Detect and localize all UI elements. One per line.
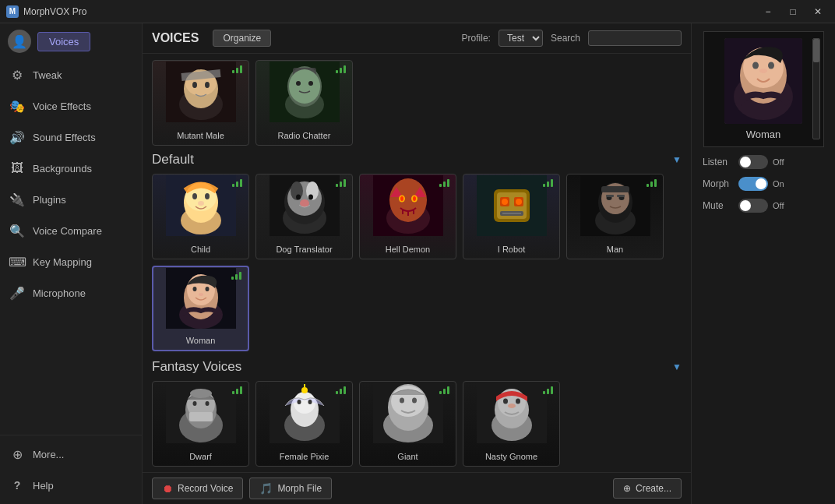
mute-toggle[interactable] (738, 199, 768, 213)
default-collapse-button[interactable]: ▼ (672, 154, 682, 165)
fantasy-voice-grid: Dwarf (152, 381, 682, 467)
voice-card-woman[interactable]: Woman (152, 266, 249, 351)
app-title: MorphVOX Pro (23, 6, 757, 17)
mute-state: Off (773, 201, 784, 210)
record-voice-button[interactable]: ⏺ Record Voice (152, 478, 243, 499)
svg-point-19 (205, 193, 210, 199)
voices-header: VOICES Organize Profile: Test Search (143, 23, 691, 54)
voice-card-man[interactable]: Man (566, 174, 664, 259)
default-voice-grid: Child (152, 174, 682, 351)
voice-card-radio-chatter[interactable]: Radio Chatter (255, 60, 353, 146)
sidebar-item-key-mapping[interactable]: ⌨ Key Mapping (0, 246, 142, 277)
fantasy-title: Fantasy Voices (152, 359, 241, 375)
morph-toggle-switch: On (738, 177, 784, 191)
app-icon: M (6, 5, 19, 18)
svg-rect-59 (617, 195, 625, 197)
svg-point-80 (308, 400, 312, 404)
voice-card-nasty-gnome[interactable]: Nasty Gnome (463, 381, 560, 467)
sidebar-item-backgrounds[interactable]: 🖼 Backgrounds (0, 153, 142, 184)
sidebar-item-sound-effects[interactable]: 🔊 Sound Effects (0, 122, 142, 153)
voice-label-radio-chatter: Radio Chatter (278, 131, 331, 140)
voice-label-child: Child (191, 245, 210, 254)
voices-button[interactable]: Voices (37, 32, 90, 51)
maximize-button[interactable]: □ (782, 3, 804, 20)
svg-point-6 (205, 82, 210, 88)
voice-label-dwarf: Dwarf (189, 452, 212, 461)
sidebar-label-tweak: Tweak (33, 69, 62, 81)
signal-radio-chatter (336, 65, 346, 73)
svg-rect-58 (606, 195, 614, 197)
fantasy-collapse-button[interactable]: ▼ (672, 361, 682, 372)
help-icon: ? (9, 478, 25, 493)
morph-file-icon: 🎵 (259, 482, 273, 495)
organize-button[interactable]: Organize (213, 30, 271, 47)
svg-point-38 (413, 196, 416, 201)
listen-label: Listen (703, 157, 732, 167)
mute-label: Mute (703, 200, 732, 211)
window-controls: − □ ✕ (757, 3, 829, 20)
minimize-button[interactable]: − (757, 3, 779, 20)
signal-dog-translator (336, 179, 346, 187)
voice-card-dwarf[interactable]: Dwarf (152, 381, 249, 467)
close-button[interactable]: ✕ (807, 3, 829, 20)
svg-rect-73 (189, 412, 213, 421)
voice-card-i-robot[interactable]: I Robot (463, 174, 560, 259)
svg-point-46 (502, 199, 508, 205)
signal-woman (231, 272, 241, 280)
svg-point-71 (192, 401, 196, 406)
sidebar-bottom: ⊕ More... ? Help (0, 435, 142, 504)
voice-label-giant: Giant (397, 452, 418, 461)
voice-label-woman: Woman (186, 336, 216, 345)
morph-control-row: Morph On (698, 177, 829, 191)
svg-point-79 (297, 400, 301, 404)
search-label: Search (551, 33, 580, 44)
user-avatar: 👤 (8, 30, 31, 53)
listen-toggle[interactable] (738, 155, 768, 169)
svg-point-65 (205, 287, 209, 291)
voices-scroll[interactable]: Mutant Male (143, 54, 691, 472)
svg-point-28 (308, 195, 313, 200)
sidebar-item-voice-effects[interactable]: 🎭 Voice Effects (0, 90, 142, 122)
voice-card-female-pixie[interactable]: Female Pixie (255, 381, 353, 467)
profile-select[interactable]: Test (499, 30, 543, 47)
svg-point-20 (198, 201, 204, 206)
morph-file-button[interactable]: 🎵 Morph File (249, 478, 332, 499)
svg-point-12 (296, 81, 301, 86)
sidebar-item-help[interactable]: ? Help (0, 470, 142, 501)
fantasy-section-header: Fantasy Voices ▼ (152, 359, 682, 375)
create-label: Create... (636, 483, 671, 494)
svg-point-74 (190, 389, 212, 398)
signal-child (232, 179, 242, 187)
preview-scrollbar[interactable] (812, 38, 820, 139)
main-layout: 👤 Voices ⚙ Tweak 🎭 Voice Effects 🔊 Sound… (0, 23, 835, 504)
voice-label-man: Man (607, 245, 623, 254)
sidebar-item-tweak[interactable]: ⚙ Tweak (0, 59, 142, 90)
sidebar-label-more: More... (33, 449, 64, 460)
signal-hell-demon (439, 179, 449, 187)
voice-card-hell-demon[interactable]: Hell Demon (359, 174, 456, 259)
voice-effects-icon: 🎭 (9, 98, 25, 114)
create-button[interactable]: ⊕ Create... (613, 478, 682, 499)
sidebar-item-microphone[interactable]: 🎤 Microphone (0, 277, 142, 308)
svg-point-81 (301, 387, 308, 393)
svg-point-13 (308, 81, 313, 86)
search-input[interactable] (588, 30, 682, 46)
title-bar: M MorphVOX Pro − □ ✕ (0, 0, 835, 23)
morph-toggle[interactable] (738, 177, 768, 191)
sidebar-label-sound-effects: Sound Effects (33, 132, 96, 143)
sidebar-item-more[interactable]: ⊕ More... (0, 439, 142, 470)
sidebar-label-help: Help (33, 480, 54, 492)
svg-point-18 (192, 193, 197, 199)
sidebar-item-voice-compare[interactable]: 🔍 Voice Compare (0, 215, 142, 246)
voice-card-child[interactable]: Child (152, 174, 249, 259)
voice-card-dog-translator[interactable]: Dog Translator (255, 174, 353, 259)
voice-card-mutant-male[interactable]: Mutant Male (152, 60, 249, 146)
create-plus-icon: ⊕ (623, 483, 631, 494)
signal-dwarf (232, 386, 242, 394)
voice-card-giant[interactable]: Giant (359, 381, 456, 467)
more-icon: ⊕ (9, 446, 25, 462)
sidebar-label-key-mapping: Key Mapping (33, 256, 92, 268)
svg-point-101 (768, 62, 774, 69)
mute-control-row: Mute Off (698, 199, 829, 213)
sidebar-item-plugins[interactable]: 🔌 Plugins (0, 184, 142, 215)
